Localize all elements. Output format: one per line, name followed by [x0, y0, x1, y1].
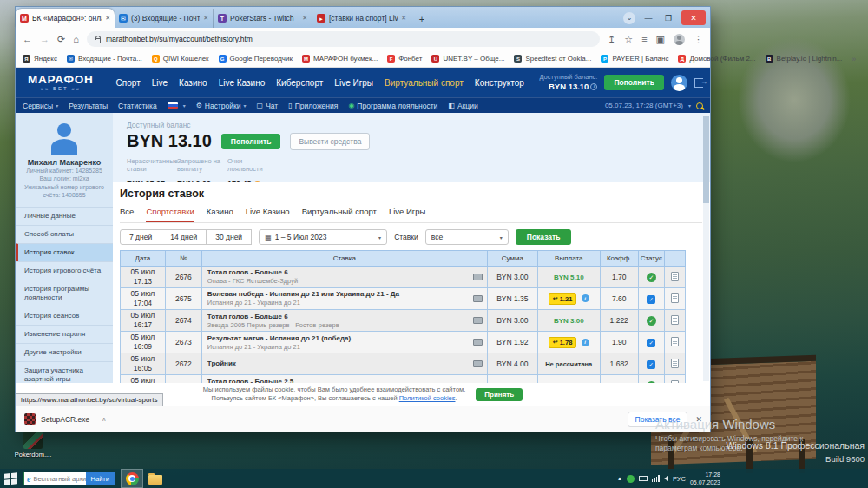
bookmark-item[interactable]: Я Яндекс [23, 55, 57, 63]
main-nav-item[interactable]: Спорт [116, 78, 141, 88]
page-scrollbar[interactable] [703, 115, 709, 381]
bet-details-icon[interactable] [671, 272, 679, 281]
taskbar-search-box[interactable]: e Бесплатный архив... Найти [23, 472, 115, 485]
main-nav-item[interactable]: Конструктор [475, 78, 524, 88]
subnav-item[interactable]: ◉ Программа лояльности [348, 102, 437, 110]
cookie-policy-link[interactable]: Политикой cookies [399, 394, 456, 402]
search-submit-button[interactable]: Найти [86, 472, 115, 485]
subnav-item[interactable]: ▯ Приложения [288, 102, 338, 110]
withdraw-button[interactable]: Вывести средства [290, 133, 370, 150]
start-button[interactable] [4, 472, 17, 485]
status-live-icon[interactable]: ✓ [647, 295, 655, 304]
battery-icon[interactable] [639, 476, 648, 481]
sidebar-menu-item[interactable]: История программы лояльности [16, 280, 113, 307]
tray-expand-icon[interactable]: ▲ [617, 476, 622, 481]
watch-event-icon[interactable] [473, 360, 483, 367]
sidebar-menu-item[interactable]: Другие настройки [16, 343, 113, 361]
cashout-button[interactable]: ↩1.78 [549, 337, 576, 348]
sidebar-menu-item[interactable]: Способ оплаты [16, 225, 113, 243]
search-icon[interactable] [696, 102, 703, 109]
browser-tab[interactable]: M БК «Марафон»: онлайн букмек ✕ [16, 9, 115, 28]
marathonbet-logo[interactable]: МАРАФОН »» БЕТ «« [28, 74, 94, 92]
watch-event-icon[interactable] [473, 317, 483, 324]
period-button[interactable]: 30 дней [206, 229, 252, 245]
tab-close-icon[interactable]: ✕ [203, 15, 208, 22]
cashout-button[interactable]: ↩1.21 [549, 293, 576, 305]
language-indicator[interactable]: РУС [673, 475, 686, 483]
home-icon[interactable]: ⌂ [73, 35, 79, 44]
bet-details-icon[interactable] [671, 359, 679, 368]
datetime-display[interactable]: 05.07.23, 17:28 (GMT+3) [605, 102, 683, 109]
window-close-button[interactable]: ✕ [681, 10, 706, 25]
main-nav-item[interactable]: Live Игры [334, 78, 373, 88]
history-tab[interactable]: Спортставки [146, 207, 194, 222]
bet-details-icon[interactable] [671, 337, 679, 346]
tab-close-icon[interactable]: ✕ [401, 15, 406, 22]
bookmark-item[interactable]: B Betplay.io | Lightnin... [766, 55, 843, 63]
reading-list-icon[interactable]: ≡ [641, 35, 647, 44]
bookmark-item[interactable]: U UNET.BY – Обще... [431, 55, 504, 63]
main-nav-item[interactable]: Киберспорт [276, 78, 323, 88]
subnav-item[interactable]: Результаты [69, 102, 108, 110]
info-icon[interactable]: i [582, 294, 589, 302]
main-nav-item[interactable]: Виртуальный спорт [385, 78, 464, 88]
period-button[interactable]: 14 дней [161, 229, 207, 245]
chevron-up-icon[interactable]: ∧ [102, 416, 106, 423]
period-button[interactable]: 7 дней [120, 229, 161, 245]
logout-icon[interactable] [694, 78, 703, 88]
taskbar-explorer-button[interactable] [148, 475, 162, 485]
subnav-item[interactable]: Сервисы ▾ [23, 102, 58, 110]
show-all-downloads-button[interactable]: Показать все [628, 412, 688, 427]
bookmark-item[interactable]: Д Домовой (Фильм 2... [678, 55, 755, 63]
tab-close-icon[interactable]: ✕ [105, 15, 110, 22]
bookmark-item[interactable]: F Фонбет [387, 55, 422, 63]
subnav-item[interactable]: ▾ [168, 102, 186, 109]
main-nav-item[interactable]: Казино [179, 78, 207, 88]
reload-icon[interactable]: ⟳ [57, 35, 65, 44]
share-icon[interactable]: ↥ [608, 35, 615, 44]
history-tab[interactable]: Все [120, 207, 134, 222]
menu-dots-icon[interactable]: ⋮ [694, 35, 703, 44]
main-nav-item[interactable]: Live Казино [219, 78, 266, 88]
network-icon[interactable] [652, 475, 660, 482]
back-icon[interactable]: ← [23, 35, 32, 44]
subnav-item[interactable]: ◧ Акции [448, 102, 477, 110]
bookmark-item[interactable]: Q QIWI Кошелек [152, 55, 209, 63]
history-tab[interactable]: Live Казино [246, 207, 290, 222]
bet-details-icon[interactable] [671, 293, 679, 303]
sidebar-menu-item[interactable]: История игрового счёта [16, 261, 113, 280]
info-icon[interactable]: i [582, 339, 589, 346]
user-avatar-icon[interactable] [671, 75, 687, 91]
date-range-picker[interactable]: ▦ 1 – 5 Июл 2023 ▾ [259, 229, 387, 245]
status-live-icon[interactable]: ✓ [647, 360, 655, 369]
show-button[interactable]: Показать [516, 229, 572, 245]
sidebar-menu-item[interactable]: Изменение пароля [16, 325, 113, 343]
cookie-accept-button[interactable]: Принять [476, 388, 523, 401]
tray-app-icon[interactable] [627, 475, 635, 483]
bookmark-item[interactable]: ✉ Входящие - Почта... [67, 55, 142, 63]
address-bar[interactable]: marathonbet.by/su/myaccount/bethistory.h… [87, 31, 600, 47]
bookmark-item[interactable]: P PAYEER | Баланс [601, 55, 668, 63]
window-maximize-button[interactable]: ❐ [661, 12, 675, 24]
taskbar-clock[interactable]: 17:28 05.07.2023 [690, 471, 720, 486]
desktop-icon-pokerdom[interactable]: Pokerdom.... [9, 432, 57, 458]
balance-info-icon[interactable]: i [590, 83, 597, 90]
sidebar-menu-item[interactable]: Личные данные [16, 207, 113, 225]
bookmarks-overflow-icon[interactable]: » [852, 55, 856, 63]
bookmark-item[interactable]: S Speedtest от Ookla... [514, 55, 591, 63]
download-item[interactable]: SetupACR.exe ∧ [16, 406, 115, 432]
status-live-icon[interactable]: ✓ [647, 339, 655, 347]
browser-tab[interactable]: ▸ [ставки на спорт] Live Ставки н ✕ [312, 9, 411, 28]
topup-button[interactable]: Пополнить [604, 75, 664, 90]
browser-tab[interactable]: ✉ (3) Входящие - Почта Mail.ru ✕ [115, 9, 214, 28]
tab-search-icon[interactable]: ⌄ [623, 12, 635, 24]
volume-icon[interactable] [664, 476, 668, 481]
forward-icon[interactable]: → [40, 35, 49, 44]
watch-event-icon[interactable] [473, 274, 483, 280]
deposit-button[interactable]: Пополнить [221, 134, 281, 149]
scrollbar-thumb[interactable] [703, 116, 709, 203]
taskbar-chrome-button[interactable] [122, 470, 142, 487]
sidebar-menu-item[interactable]: История сеансов [16, 307, 113, 325]
browser-tab[interactable]: T PokerStars - Twitch ✕ [214, 9, 312, 28]
bookmark-item[interactable]: G Google Переводчик [219, 55, 293, 63]
